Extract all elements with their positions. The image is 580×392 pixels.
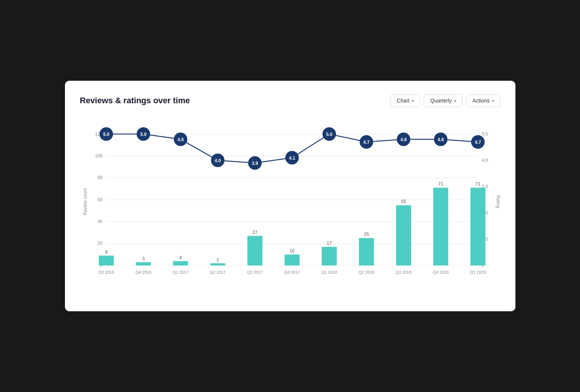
svg-text:Q2 2017: Q2 2017 xyxy=(209,270,225,274)
card-header: Reviews & ratings over time Chart ▾ Quar… xyxy=(80,94,500,107)
chart-svg: 0 20 40 60 80 100 120 0 1.0 2.0 3.0 4.0 … xyxy=(80,119,500,299)
bar-q2-2017 xyxy=(210,263,225,265)
svg-text:10: 10 xyxy=(289,248,295,253)
chart-label: Chart xyxy=(397,98,410,104)
svg-text:100: 100 xyxy=(95,153,102,158)
svg-text:Q4 2016: Q4 2016 xyxy=(135,270,151,274)
svg-text:Q3 2016: Q3 2016 xyxy=(98,270,114,274)
svg-text:5.0: 5.0 xyxy=(482,131,488,137)
chart-container: 0 20 40 60 80 100 120 0 1.0 2.0 3.0 4.0 … xyxy=(80,119,500,299)
svg-text:80: 80 xyxy=(97,175,102,180)
bar-q3-2017 xyxy=(247,236,262,265)
svg-text:17: 17 xyxy=(327,241,332,246)
svg-text:Q2 2018: Q2 2018 xyxy=(358,270,374,274)
svg-text:25: 25 xyxy=(364,232,369,237)
bar-q4-2017 xyxy=(285,255,300,265)
bar-q1-2019 xyxy=(470,188,485,265)
svg-text:4.8: 4.8 xyxy=(400,137,407,142)
svg-text:Q1 2017: Q1 2017 xyxy=(172,270,188,274)
svg-text:3.9: 3.9 xyxy=(252,161,258,166)
bar-q3-2018 xyxy=(396,205,411,265)
svg-text:Review count: Review count xyxy=(83,188,88,215)
svg-text:5.0: 5.0 xyxy=(326,132,332,137)
svg-text:Q1 2018: Q1 2018 xyxy=(321,270,337,274)
svg-text:Q1 2019: Q1 2019 xyxy=(470,270,485,274)
quarterly-dropdown[interactable]: Quarterly ▾ xyxy=(424,94,462,107)
svg-text:2: 2 xyxy=(216,257,219,262)
svg-text:4: 4 xyxy=(179,255,182,260)
actions-label: Actions xyxy=(473,98,490,104)
svg-text:Q3 2018: Q3 2018 xyxy=(395,270,411,274)
svg-text:27: 27 xyxy=(252,230,258,235)
svg-text:Rating: Rating xyxy=(496,195,501,208)
bar-q4-2018 xyxy=(433,188,448,265)
chevron-down-icon: ▾ xyxy=(412,99,414,103)
svg-text:4.0: 4.0 xyxy=(482,158,488,163)
chevron-down-icon: ▾ xyxy=(454,99,456,103)
svg-text:9: 9 xyxy=(105,250,107,255)
svg-text:20: 20 xyxy=(97,241,102,246)
bar-q4-2016 xyxy=(136,262,151,265)
svg-text:4.1: 4.1 xyxy=(289,155,295,161)
svg-text:4.8: 4.8 xyxy=(177,137,184,142)
svg-text:5.0: 5.0 xyxy=(140,132,146,137)
main-card: Reviews & ratings over time Chart ▾ Quar… xyxy=(65,81,515,311)
svg-text:71: 71 xyxy=(438,181,443,187)
chevron-down-icon: ▾ xyxy=(492,99,494,103)
bar-q1-2018 xyxy=(322,247,337,265)
page-title: Reviews & ratings over time xyxy=(80,96,190,106)
svg-text:60: 60 xyxy=(97,197,102,202)
bar-q2-2018 xyxy=(359,238,374,265)
svg-text:5.0: 5.0 xyxy=(103,132,109,137)
svg-text:4.7: 4.7 xyxy=(363,140,369,145)
svg-text:55: 55 xyxy=(401,199,406,204)
svg-text:40: 40 xyxy=(97,219,102,224)
svg-text:3: 3 xyxy=(142,256,145,261)
svg-text:Q3 2017: Q3 2017 xyxy=(247,270,262,274)
svg-text:Q4 2017: Q4 2017 xyxy=(284,270,300,274)
svg-text:4.7: 4.7 xyxy=(475,140,481,145)
svg-text:4.0: 4.0 xyxy=(214,158,221,163)
bar-q3-2016 xyxy=(99,256,114,265)
chart-dropdown[interactable]: Chart ▾ xyxy=(390,94,420,107)
actions-dropdown[interactable]: Actions ▾ xyxy=(466,94,500,107)
header-controls: Chart ▾ Quarterly ▾ Actions ▾ xyxy=(390,94,500,107)
svg-text:4.8: 4.8 xyxy=(437,137,444,142)
quarterly-label: Quarterly xyxy=(430,98,452,104)
svg-text:71: 71 xyxy=(475,181,481,187)
bar-q1-2017 xyxy=(173,261,188,265)
svg-text:Q4 2018: Q4 2018 xyxy=(432,270,448,274)
